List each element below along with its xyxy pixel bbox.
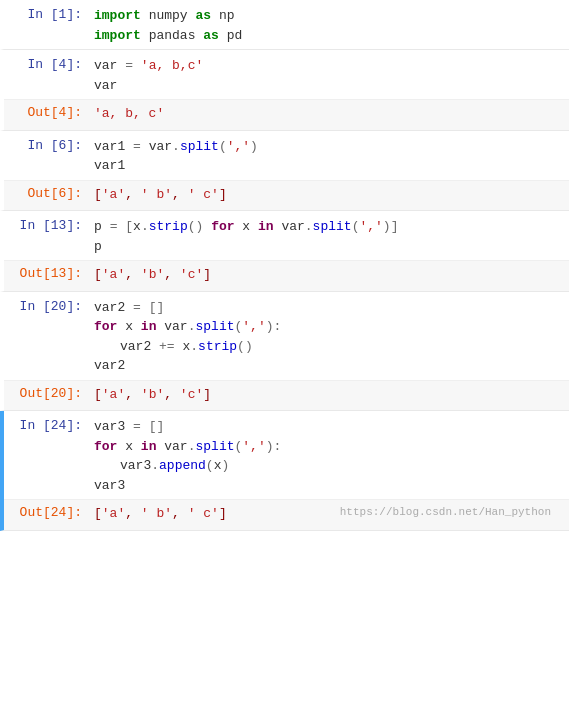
- input-label-cell6: In [6]:: [4, 137, 90, 153]
- notebook: In [1]:import numpy as npimport pandas a…: [0, 0, 569, 708]
- cell-cell13[interactable]: In [13]:p = [x.strip() for x in var.spli…: [0, 211, 569, 292]
- output-label-cell20: Out[20]:: [4, 385, 90, 401]
- output-row-cell24: Out[24]:['a', ' b', ' c']https://blog.cs…: [4, 499, 569, 530]
- input-content-cell13: p = [x.strip() for x in var.split(',')]p: [90, 217, 569, 256]
- input-content-cell24: var3 = []for x in var.split(','):var3.ap…: [90, 417, 569, 495]
- cell-cell24[interactable]: In [24]:var3 = []for x in var.split(',')…: [0, 411, 569, 531]
- output-content-cell20: ['a', 'b', 'c']: [90, 385, 569, 405]
- cell-cell1[interactable]: In [1]:import numpy as npimport pandas a…: [0, 0, 569, 50]
- output-content-cell24: ['a', ' b', ' c']https://blog.csdn.net/H…: [90, 504, 569, 524]
- cell-cell6[interactable]: In [6]:var1 = var.split(',')var1Out[6]:[…: [0, 131, 569, 212]
- output-content-cell6: ['a', ' b', ' c']: [90, 185, 569, 205]
- output-label-cell24: Out[24]:: [4, 504, 90, 520]
- output-label-cell13: Out[13]:: [4, 265, 90, 281]
- input-row-cell20: In [20]:var2 = []for x in var.split(',')…: [4, 292, 569, 380]
- input-row-cell13: In [13]:p = [x.strip() for x in var.spli…: [4, 211, 569, 260]
- input-row-cell24: In [24]:var3 = []for x in var.split(',')…: [4, 411, 569, 499]
- output-content-cell4: 'a, b, c': [90, 104, 569, 124]
- input-content-cell1: import numpy as npimport pandas as pd: [90, 6, 569, 45]
- output-row-cell4: Out[4]:'a, b, c': [4, 99, 569, 130]
- input-label-cell13: In [13]:: [4, 217, 90, 233]
- cell-cell20[interactable]: In [20]:var2 = []for x in var.split(',')…: [0, 292, 569, 412]
- watermark-url: https://blog.csdn.net/Han_python: [340, 504, 561, 521]
- output-row-cell6: Out[6]:['a', ' b', ' c']: [4, 180, 569, 211]
- output-row-cell13: Out[13]:['a', 'b', 'c']: [4, 260, 569, 291]
- output-label-cell6: Out[6]:: [4, 185, 90, 201]
- input-content-cell4: var = 'a, b,c'var: [90, 56, 569, 95]
- input-content-cell20: var2 = []for x in var.split(','):var2 +=…: [90, 298, 569, 376]
- input-label-cell24: In [24]:: [4, 417, 90, 433]
- output-content-cell13: ['a', 'b', 'c']: [90, 265, 569, 285]
- output-row-cell20: Out[20]:['a', 'b', 'c']: [4, 380, 569, 411]
- input-label-cell4: In [4]:: [4, 56, 90, 72]
- input-content-cell6: var1 = var.split(',')var1: [90, 137, 569, 176]
- input-label-cell1: In [1]:: [4, 6, 90, 22]
- input-label-cell20: In [20]:: [4, 298, 90, 314]
- output-label-cell4: Out[4]:: [4, 104, 90, 120]
- cell-cell4[interactable]: In [4]:var = 'a, b,c'varOut[4]:'a, b, c': [0, 50, 569, 131]
- input-row-cell4: In [4]:var = 'a, b,c'var: [4, 50, 569, 99]
- input-row-cell1: In [1]:import numpy as npimport pandas a…: [4, 0, 569, 49]
- input-row-cell6: In [6]:var1 = var.split(',')var1: [4, 131, 569, 180]
